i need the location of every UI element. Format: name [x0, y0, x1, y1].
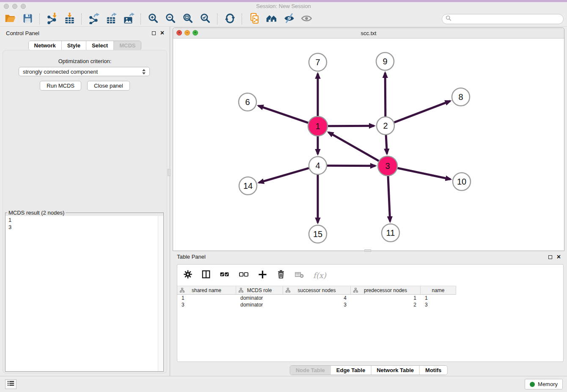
- control-tab-select[interactable]: Select: [86, 41, 113, 50]
- float-panel-icon[interactable]: [152, 31, 156, 35]
- table-browser-tabs: Node TableEdge TableNetwork TableMotifs: [290, 365, 448, 375]
- mcds-result-text[interactable]: 1 3: [6, 216, 158, 371]
- column-header-MCDS-role[interactable]: MCDS role: [236, 286, 283, 294]
- import-table-button[interactable]: [63, 13, 76, 25]
- graph-edge-2-3[interactable]: [386, 135, 387, 154]
- toolbar-separator: [39, 14, 40, 25]
- graph-edge-3-1[interactable]: [328, 132, 379, 161]
- network-maximize-button[interactable]: +: [193, 30, 198, 36]
- show-all-button[interactable]: [300, 13, 313, 25]
- network-close-button[interactable]: ×: [176, 30, 182, 36]
- function-builder-button[interactable]: f(x): [313, 271, 326, 280]
- first-neighbors-button[interactable]: [265, 13, 278, 25]
- network-view-window: × − + scc.txt 7968124314101511: [173, 28, 564, 251]
- export-network-button[interactable]: [87, 13, 101, 25]
- table-toolbar: f(x): [177, 265, 563, 286]
- table-tab-network-table[interactable]: Network Table: [371, 366, 419, 375]
- split-panel-button[interactable]: [201, 270, 211, 281]
- mcds-result-title: MCDS result (2 nodes): [7, 210, 66, 216]
- memory-button[interactable]: Memory: [525, 379, 563, 389]
- table-panel-title: Table Panel: [177, 254, 206, 260]
- open-folder-icon: [5, 13, 16, 26]
- column-header-shared-name[interactable]: shared name: [177, 286, 236, 294]
- graph-edge-1-6[interactable]: [259, 106, 308, 123]
- control-tab-mcds[interactable]: MCDS: [113, 41, 141, 50]
- tree-icon: [180, 288, 184, 293]
- cell-successor-nodes: 3: [283, 302, 351, 308]
- create-column-button[interactable]: [258, 270, 267, 281]
- list-icon: [7, 380, 15, 389]
- tree-icon: [353, 288, 358, 293]
- open-session-button[interactable]: [3, 13, 17, 25]
- run-mcds-button[interactable]: Run MCDS: [40, 81, 81, 91]
- delete-table-button[interactable]: [295, 270, 304, 281]
- graph-node-label-14: 14: [243, 181, 253, 190]
- control-panel-tabs: NetworkStyleSelectMCDS: [28, 41, 142, 50]
- houses-icon: [266, 12, 278, 26]
- network-minimize-button[interactable]: −: [184, 30, 190, 36]
- table-tab-edge-table[interactable]: Edge Table: [330, 366, 371, 375]
- export-image-icon: [123, 13, 135, 26]
- export-image-button[interactable]: [122, 13, 135, 25]
- cell-predecessor-nodes: 2: [351, 302, 421, 308]
- titlebar: Session: New Session: [0, 0, 567, 12]
- select-all-columns-button[interactable]: [220, 269, 230, 281]
- cell-name: 1: [421, 295, 456, 301]
- unselect-all-columns-button[interactable]: [239, 269, 249, 281]
- zoom-out-button[interactable]: [164, 13, 177, 25]
- clone-network-button[interactable]: [248, 13, 261, 25]
- close-panel-icon[interactable]: ×: [160, 30, 164, 36]
- graph-edge-2-9[interactable]: [385, 73, 385, 116]
- save-floppy-icon: [22, 13, 33, 25]
- table-row[interactable]: 1dominator411: [177, 295, 563, 301]
- search-box[interactable]: [442, 14, 564, 24]
- criterion-dropdown[interactable]: strongly connected component: [19, 67, 150, 76]
- table-row[interactable]: 3dominator323: [177, 301, 563, 308]
- close-panel-button[interactable]: Close panel: [87, 81, 130, 91]
- hide-selected-button[interactable]: [282, 13, 296, 25]
- control-tab-style[interactable]: Style: [61, 41, 86, 50]
- graph-edge-4-3[interactable]: [327, 166, 375, 166]
- column-header-name[interactable]: name: [421, 286, 456, 294]
- main-toolbar: [0, 12, 567, 27]
- vertical-splitter-handle[interactable]: [168, 169, 171, 176]
- graph-edge-4-14[interactable]: [259, 168, 309, 182]
- table-settings-button[interactable]: [183, 270, 193, 281]
- column-header-predecessor-nodes[interactable]: predecessor nodes: [351, 286, 421, 294]
- column-header-successor-nodes[interactable]: successor nodes: [283, 286, 351, 294]
- delete-column-button[interactable]: [276, 270, 286, 281]
- graph-edge-2-8[interactable]: [394, 101, 450, 123]
- graph-node-label-9: 9: [383, 57, 387, 66]
- refresh-button[interactable]: [223, 13, 237, 25]
- close-table-panel-icon[interactable]: ×: [557, 254, 561, 259]
- import-network-button[interactable]: [45, 13, 59, 25]
- graph-edge-3-10[interactable]: [397, 168, 450, 179]
- graph-edge-3-11[interactable]: [388, 176, 390, 221]
- workspace: × − + scc.txt 7968124314101511 Table Pan…: [170, 27, 567, 376]
- search-input[interactable]: [454, 16, 560, 23]
- network-window-titlebar[interactable]: × − + scc.txt: [173, 28, 564, 39]
- show-panels-button[interactable]: [5, 379, 17, 389]
- export-table-button[interactable]: [105, 13, 118, 25]
- toolbar-separator: [140, 14, 141, 25]
- graph-node-label-7: 7: [315, 58, 320, 67]
- save-session-button[interactable]: [21, 13, 34, 25]
- zoom-fit-button[interactable]: [181, 13, 195, 25]
- tree-icon: [239, 288, 243, 293]
- cell-shared-name: 1: [177, 295, 236, 301]
- zoom-selected-icon: [200, 13, 211, 25]
- control-tab-network[interactable]: Network: [29, 41, 61, 50]
- graph-edge-1-2[interactable]: [328, 126, 374, 126]
- network-window-title: scc.txt: [361, 30, 377, 36]
- table-tab-motifs[interactable]: Motifs: [419, 366, 447, 375]
- zoom-in-button[interactable]: [146, 13, 160, 25]
- table-tab-node-table[interactable]: Node Table: [290, 366, 330, 375]
- graph-node-label-11: 11: [386, 228, 395, 237]
- table-panel: Table Panel × f(x) shared nameMCDS roles…: [170, 252, 567, 376]
- refresh-icon: [225, 13, 235, 25]
- result-scrollbar[interactable]: [158, 216, 163, 371]
- network-canvas[interactable]: 7968124314101511: [173, 38, 564, 251]
- clone-network-icon: [249, 13, 260, 26]
- float-table-panel-icon[interactable]: [548, 255, 552, 259]
- zoom-selected-button[interactable]: [198, 13, 212, 25]
